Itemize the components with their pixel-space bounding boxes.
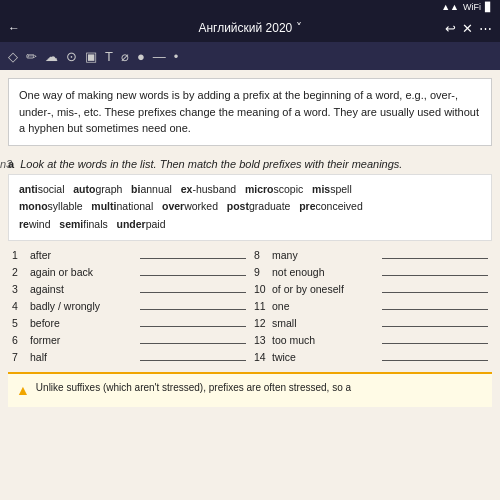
match-word-not-enough: not enough	[272, 266, 378, 278]
diamond-icon[interactable]: ◇	[8, 49, 18, 64]
match-row-14: 14 twice	[254, 349, 488, 363]
toolbar: ◇ ✏ ☁ ⊙ ▣ T ⌀ ● — •	[0, 42, 500, 70]
match-word-of-oneself: of or by oneself	[272, 283, 378, 295]
grid-icon[interactable]: ▣	[85, 49, 97, 64]
ns-label: n3	[0, 158, 12, 170]
match-num-6: 6	[12, 334, 26, 346]
prefix-auto: auto	[73, 183, 95, 195]
match-line-4[interactable]	[140, 298, 246, 310]
dot-icon[interactable]: •	[174, 49, 179, 64]
battery-icon: ▊	[485, 2, 492, 12]
match-line-2[interactable]	[140, 264, 246, 276]
match-num-13: 13	[254, 334, 268, 346]
target-icon[interactable]: ⊙	[66, 49, 77, 64]
match-row-3: 3 against	[12, 281, 246, 295]
match-word-twice: twice	[272, 351, 378, 363]
prefix-over: over	[162, 200, 184, 212]
match-num-12: 12	[254, 317, 268, 329]
prefix-multi: multi	[91, 200, 116, 212]
match-line-8[interactable]	[382, 247, 488, 259]
match-line-1[interactable]	[140, 247, 246, 259]
prefix-semi: semi	[59, 218, 83, 230]
match-num-10: 10	[254, 283, 268, 295]
close-icon[interactable]: ✕	[462, 21, 473, 36]
match-row-4: 4 badly / wrongly	[12, 298, 246, 312]
pencil-icon[interactable]: ✏	[26, 49, 37, 64]
prefix-ex: ex	[181, 183, 193, 195]
content-area: One way of making new words is by adding…	[0, 70, 500, 500]
prefix-pre: pre	[299, 200, 315, 212]
match-line-6[interactable]	[140, 332, 246, 344]
text-icon[interactable]: T	[105, 49, 113, 64]
match-row-2: 2 again or back	[12, 264, 246, 278]
title-bar: ← Английский 2020 ˅ ↩ ✕ ⋯	[0, 14, 500, 42]
match-line-3[interactable]	[140, 281, 246, 293]
word-list-line2: monosyllable multinational overworked po…	[19, 198, 481, 216]
warning-text: Unlike suffixes (which aren't stressed),…	[36, 380, 351, 395]
match-num-14: 14	[254, 351, 268, 363]
match-line-13[interactable]	[382, 332, 488, 344]
match-row-11: 11 one	[254, 298, 488, 312]
match-word-again: again or back	[30, 266, 136, 278]
match-word-badly: badly / wrongly	[30, 300, 136, 312]
match-word-before: before	[30, 317, 136, 329]
match-num-8: 8	[254, 249, 268, 261]
circle-icon[interactable]: ●	[137, 49, 145, 64]
match-word-former: former	[30, 334, 136, 346]
prefix-anti: anti	[19, 183, 38, 195]
match-word-many: many	[272, 249, 378, 261]
prefix-re: re	[19, 218, 29, 230]
match-word-small: small	[272, 317, 378, 329]
match-word-one: one	[272, 300, 378, 312]
match-num-4: 4	[12, 300, 26, 312]
prefix-under: under	[117, 218, 146, 230]
match-line-5[interactable]	[140, 315, 246, 327]
match-row-12: 12 small	[254, 315, 488, 329]
back-icon[interactable]: ←	[8, 21, 20, 35]
prefix-mono: mono	[19, 200, 48, 212]
match-word-too-much: too much	[272, 334, 378, 346]
match-row-1: 1 after	[12, 247, 246, 261]
match-row-13: 13 too much	[254, 332, 488, 346]
prefix-mis: mis	[312, 183, 330, 195]
undo-icon[interactable]: ↩	[445, 21, 456, 36]
link-icon[interactable]: ⌀	[121, 49, 129, 64]
app-title[interactable]: Английский 2020 ˅	[198, 21, 301, 35]
section-instruction: Look at the words in the list. Then matc…	[20, 158, 402, 170]
match-num-11: 11	[254, 300, 268, 312]
info-box: One way of making new words is by adding…	[8, 78, 492, 146]
word-list-line3: rewind semifinals underpaid	[19, 216, 481, 234]
match-word-against: against	[30, 283, 136, 295]
word-list: antisocial autograph biannual ex-husband…	[8, 174, 492, 242]
signal-icon: ▲▲	[441, 2, 459, 12]
prefix-micro: micro	[245, 183, 274, 195]
match-line-11[interactable]	[382, 298, 488, 310]
match-row-9: 9 not enough	[254, 264, 488, 278]
section-label: n3 a Look at the words in the list. Then…	[0, 154, 500, 174]
match-line-14[interactable]	[382, 349, 488, 361]
match-line-7[interactable]	[140, 349, 246, 361]
match-num-7: 7	[12, 351, 26, 363]
dash-icon[interactable]: —	[153, 49, 166, 64]
word-list-line1: antisocial autograph biannual ex-husband…	[19, 181, 481, 199]
match-row-6: 6 former	[12, 332, 246, 346]
warning-box: ▲ Unlike suffixes (which aren't stressed…	[8, 372, 492, 407]
match-line-12[interactable]	[382, 315, 488, 327]
wifi-icon: WiFi	[463, 2, 481, 12]
match-word-after: after	[30, 249, 136, 261]
match-area: 1 after 2 again or back 3 against 4 badl…	[8, 247, 492, 366]
match-line-9[interactable]	[382, 264, 488, 276]
prefix-bi: bi	[131, 183, 140, 195]
match-line-10[interactable]	[382, 281, 488, 293]
match-row-7: 7 half	[12, 349, 246, 363]
match-word-half: half	[30, 351, 136, 363]
cloud-icon[interactable]: ☁	[45, 49, 58, 64]
status-bar: ▲▲ WiFi ▊	[0, 0, 500, 14]
match-right-column: 8 many 9 not enough 10 of or by oneself …	[250, 247, 492, 366]
match-num-1: 1	[12, 249, 26, 261]
match-row-10: 10 of or by oneself	[254, 281, 488, 295]
match-row-8: 8 many	[254, 247, 488, 261]
more-icon[interactable]: ⋯	[479, 21, 492, 36]
match-num-9: 9	[254, 266, 268, 278]
match-num-5: 5	[12, 317, 26, 329]
